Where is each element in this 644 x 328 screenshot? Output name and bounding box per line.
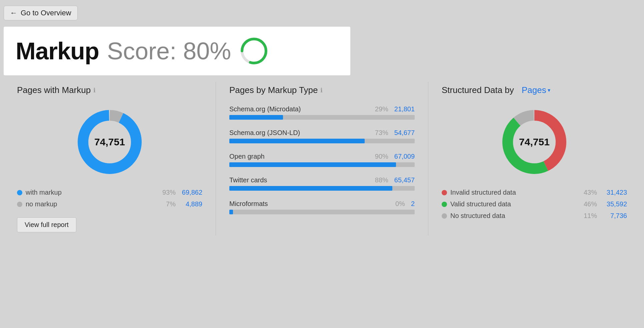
- score-label: Score: 80%: [107, 37, 231, 65]
- legend-dot-valid: [442, 202, 447, 207]
- info-icon-markup-type[interactable]: ℹ: [320, 87, 323, 94]
- pages-by-markup-type-panel: Pages by Markup Type ℹ Schema.org (Micro…: [216, 75, 428, 242]
- legend-label-no-structured: No structured data: [450, 212, 577, 220]
- main-panels: Pages with Markup ℹ 74,751 with markup 9…: [4, 75, 640, 242]
- header-card: Markup Score: 80%: [4, 27, 350, 75]
- legend-item-valid: Valid structured data 46% 35,592: [442, 200, 627, 208]
- bar-fill-3: [229, 186, 392, 191]
- legend-label-invalid: Invalid structured data: [450, 189, 577, 196]
- legend-pct-invalid: 43%: [580, 189, 597, 196]
- structured-data-legend: Invalid structured data 43% 31,423 Valid…: [442, 189, 627, 220]
- legend-pct-with-markup: 93%: [161, 189, 176, 196]
- bar-label-row-1: Schema.org (JSON-LD)73%54,677: [229, 129, 415, 137]
- legend-dot-no-markup: [17, 202, 22, 207]
- bar-fill-0: [229, 115, 283, 120]
- bar-label-0: Schema.org (Microdata): [229, 105, 301, 113]
- legend-item-with-markup: with markup 93% 69,862: [17, 189, 202, 196]
- panel-title-text: Pages with Markup: [17, 85, 91, 95]
- bar-val-4[interactable]: 2: [411, 200, 415, 208]
- structured-data-donut-container: 74,751: [442, 105, 627, 179]
- legend-val-valid[interactable]: 35,592: [600, 200, 627, 208]
- structured-data-center-value: 74,751: [519, 136, 550, 148]
- bar-fill-1: [229, 139, 365, 143]
- bar-label-row-0: Schema.org (Microdata)29%21,801: [229, 105, 415, 113]
- bar-label-row-4: Microformats0%2: [229, 200, 415, 208]
- bar-fill-2: [229, 162, 396, 167]
- legend-dot-invalid: [442, 190, 447, 195]
- bar-pct-0: 29%: [375, 105, 388, 113]
- bar-label-3: Twitter cards: [229, 176, 267, 184]
- bar-pct-3: 88%: [375, 176, 388, 184]
- back-arrow-icon: ←: [10, 9, 17, 17]
- legend-val-invalid[interactable]: 31,423: [600, 189, 627, 196]
- panel-title-markup-type: Pages by Markup Type ℹ: [229, 85, 415, 95]
- bar-val-0[interactable]: 21,801: [394, 105, 415, 113]
- legend-val-no-markup[interactable]: 4,889: [179, 200, 202, 208]
- pages-with-markup-panel: Pages with Markup ℹ 74,751 with markup 9…: [4, 75, 216, 242]
- bar-row-0: Schema.org (Microdata)29%21,801: [229, 105, 415, 120]
- view-full-report-button[interactable]: View full report: [17, 217, 76, 232]
- legend-pct-valid: 46%: [580, 200, 597, 208]
- legend-dot-no-structured: [442, 213, 447, 219]
- score-donut-chart: [239, 36, 269, 66]
- bar-track-3: [229, 186, 415, 191]
- bar-pct-1: 73%: [375, 129, 388, 137]
- legend-dot-with-markup: [17, 190, 22, 195]
- bar-row-4: Microformats0%2: [229, 200, 415, 214]
- dropdown-label-text: Pages: [522, 85, 546, 95]
- bar-label-2: Open graph: [229, 153, 265, 160]
- info-icon-markup[interactable]: ℹ: [93, 87, 96, 94]
- bar-label-row-2: Open graph90%67,009: [229, 153, 415, 160]
- legend-val-no-structured[interactable]: 7,736: [600, 212, 627, 220]
- bar-fill-4: [229, 210, 233, 214]
- pages-markup-donut-container: 74,751: [17, 105, 202, 179]
- page-title-markup: Markup: [16, 37, 99, 65]
- bar-track-2: [229, 162, 415, 167]
- markup-type-bars: Schema.org (Microdata)29%21,801Schema.or…: [229, 105, 415, 214]
- bar-track-4: [229, 210, 415, 214]
- bar-val-1[interactable]: 54,677: [394, 129, 415, 137]
- bar-row-2: Open graph90%67,009: [229, 153, 415, 167]
- panel-title-structured-prefix: Structured Data by: [442, 85, 514, 95]
- panel-title-structured: Structured Data by Pages ▾: [442, 85, 627, 95]
- go-to-overview-label: Go to Overview: [21, 9, 71, 17]
- bar-label-1: Schema.org (JSON-LD): [229, 129, 300, 137]
- pages-markup-legend: with markup 93% 69,862 no markup 7% 4,88…: [17, 189, 202, 208]
- legend-label-with-markup: with markup: [26, 189, 157, 196]
- legend-item-no-structured: No structured data 11% 7,736: [442, 212, 627, 220]
- structured-data-panel: Structured Data by Pages ▾ 74,751: [428, 75, 640, 242]
- legend-item-invalid: Invalid structured data 43% 31,423: [442, 189, 627, 196]
- go-to-overview-button[interactable]: ← Go to Overview: [4, 6, 78, 20]
- panel-title-markup: Pages with Markup ℹ: [17, 85, 202, 95]
- bar-track-1: [229, 139, 415, 143]
- panel-title-markup-type-text: Pages by Markup Type: [229, 85, 318, 95]
- legend-pct-no-structured: 11%: [580, 212, 597, 220]
- bar-row-1: Schema.org (JSON-LD)73%54,677: [229, 129, 415, 143]
- legend-pct-no-markup: 7%: [161, 200, 176, 208]
- bar-label-4: Microformats: [229, 200, 268, 208]
- structured-data-dropdown[interactable]: Pages ▾: [522, 85, 550, 95]
- legend-item-no-markup: no markup 7% 4,889: [17, 200, 202, 208]
- bar-track-0: [229, 115, 415, 120]
- bar-val-2[interactable]: 67,009: [394, 153, 415, 160]
- chevron-down-icon: ▾: [548, 87, 550, 93]
- bar-label-row-3: Twitter cards88%65,457: [229, 176, 415, 184]
- legend-val-with-markup[interactable]: 69,862: [179, 189, 202, 196]
- bar-pct-4: 0%: [395, 200, 405, 208]
- legend-label-valid: Valid structured data: [450, 200, 577, 208]
- bar-row-3: Twitter cards88%65,457: [229, 176, 415, 191]
- bar-pct-2: 90%: [375, 153, 388, 160]
- bar-val-3[interactable]: 65,457: [394, 176, 415, 184]
- legend-label-no-markup: no markup: [26, 200, 157, 208]
- pages-markup-center-value: 74,751: [94, 136, 125, 148]
